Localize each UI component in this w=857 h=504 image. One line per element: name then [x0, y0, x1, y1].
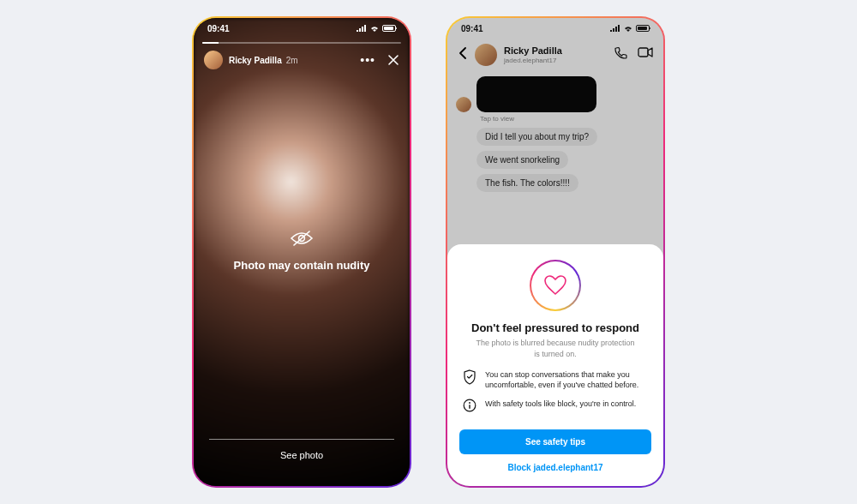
block-user-link[interactable]: Block jaded.elephant17	[507, 463, 602, 472]
eye-off-icon	[290, 230, 314, 250]
tip-text: With safety tools like block, you're in …	[485, 399, 636, 409]
see-safety-tips-button[interactable]: See safety tips	[459, 429, 651, 454]
signal-icon	[357, 25, 367, 32]
see-photo-button[interactable]: See photo	[209, 439, 394, 460]
svg-rect-1	[359, 28, 361, 32]
status-bar: 09:41	[447, 18, 663, 39]
phone-story: 09:41 Ricky Padilla 2m	[192, 16, 411, 488]
svg-rect-9	[618, 25, 620, 32]
status-bar: 09:41	[194, 18, 410, 39]
svg-rect-3	[364, 25, 366, 32]
svg-rect-2	[362, 27, 363, 32]
svg-rect-13	[469, 405, 470, 409]
signal-icon	[610, 25, 620, 32]
story-username[interactable]: Ricky Padilla	[229, 56, 282, 65]
svg-rect-6	[610, 30, 612, 32]
svg-rect-7	[613, 28, 614, 32]
tip-row: You can stop conversations that make you…	[463, 369, 648, 390]
story-time: 2m	[286, 56, 298, 65]
sheet-title: Don't feel pressured to respond	[471, 321, 639, 334]
close-icon[interactable]	[387, 54, 399, 66]
more-icon[interactable]: •••	[360, 54, 375, 66]
shield-check-icon	[463, 369, 476, 388]
wifi-icon	[623, 25, 633, 32]
safety-sheet: Don't feel pressured to respond The phot…	[447, 244, 663, 486]
tip-row: With safety tools like block, you're in …	[463, 399, 648, 416]
avatar[interactable]	[204, 51, 223, 69]
info-icon	[463, 399, 476, 416]
status-time: 09:41	[207, 24, 230, 33]
sheet-subtitle: The photo is blurred because nudity prot…	[474, 338, 637, 358]
heart-ring-icon	[530, 260, 581, 311]
svg-rect-0	[357, 30, 358, 32]
svg-point-12	[469, 402, 470, 404]
nudity-warning-text: Photo may contain nudity	[234, 259, 370, 272]
wifi-icon	[369, 25, 380, 32]
phone-screen: 09:41 Ricky Padilla 2m	[194, 18, 410, 486]
tip-text: You can stop conversations that make you…	[485, 369, 648, 390]
svg-rect-8	[615, 27, 617, 32]
status-time: 09:41	[461, 24, 483, 33]
phone-dm: 09:41 Ricky Padilla	[446, 16, 665, 488]
battery-icon	[382, 25, 396, 32]
battery-icon	[636, 25, 650, 32]
story-overlay: 09:41 Ricky Padilla 2m	[194, 18, 410, 486]
phone-screen: 09:41 Ricky Padilla	[447, 18, 663, 486]
